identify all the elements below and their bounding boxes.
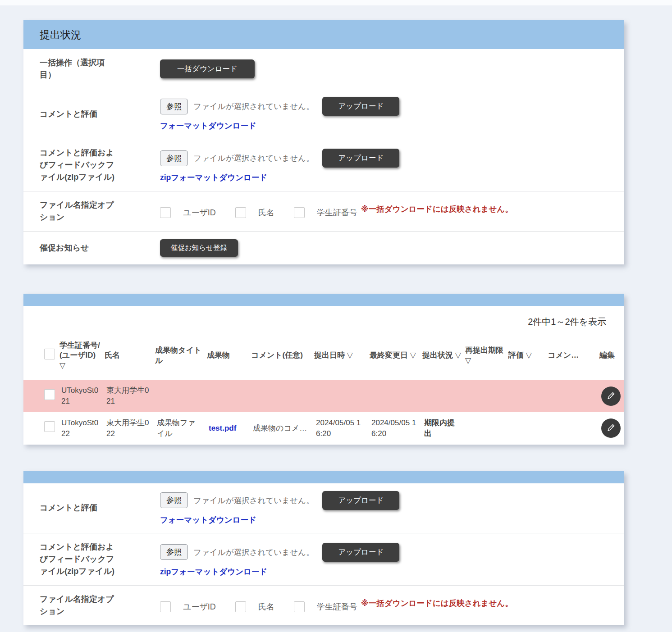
edit-button[interactable] [601, 386, 621, 406]
reminder-control: 催促お知らせ登録 [160, 239, 613, 257]
col-submitted-at[interactable]: 提出日時 ▽ [313, 334, 369, 380]
reminder-label: 催促お知らせ [40, 242, 120, 254]
col-resubmit-deadline[interactable]: 再提出期限 ▽ [464, 334, 507, 380]
cell-work-title [154, 380, 206, 412]
reminder-row: 催促お知らせ 催促お知らせ登録 [23, 231, 624, 264]
submission-file-link[interactable]: test.pdf [209, 424, 236, 432]
zip-format-download-link[interactable]: zipフォーマットダウンロード [160, 566, 267, 577]
upload-button[interactable]: アップロード [322, 149, 399, 168]
comment-eval-label: コメントと評価 [40, 108, 120, 120]
cell-status [421, 380, 464, 412]
cell-name: 東大用学生022 [104, 412, 154, 445]
edit-button[interactable] [601, 418, 621, 438]
comment-eval-zip-label: コメントと評価およびフィードバックファイル(zipファイル) [40, 147, 120, 183]
filename-option-control: ユーザID 氏名 学生証番号 ※一括ダウンロードには反映されません。 [160, 599, 613, 612]
pencil-icon [606, 423, 616, 434]
zip-format-download-link[interactable]: zipフォーマットダウンロード [160, 172, 267, 183]
comment-eval-zip-row: コメントと評価およびフィードバックファイル(zipファイル) 参照 ファイルが選… [23, 139, 624, 191]
table-header-row: 学生証番号/(ユーザID) ▽ 氏名 成果物タイトル 成果物 コメント(任意) … [23, 334, 624, 380]
cell-comment2 [547, 380, 599, 412]
panel-header-bar [23, 471, 624, 483]
cell-resubmit-deadline [464, 380, 507, 412]
student-id-checkbox[interactable] [294, 207, 305, 218]
filename-option-row: ファイル名指定オプション ユーザID 氏名 学生証番号 ※一括ダウンロードには反… [23, 585, 624, 625]
bulk-download-button[interactable]: 一括ダウンロード [160, 59, 255, 78]
comment-eval-zip-control: 参照 ファイルが選択されていません。 アップロード zipフォーマットダウンロー… [160, 541, 613, 577]
col-comment: コメント(任意) [250, 334, 313, 380]
user-id-checkbox[interactable] [160, 207, 171, 218]
result-count-text: 2件中1～2件を表示 [23, 316, 624, 328]
browse-button[interactable]: 参照 [160, 492, 188, 508]
cell-modified-at [369, 380, 421, 412]
upload-button[interactable]: アップロード [322, 543, 399, 562]
name-checkbox[interactable] [235, 207, 246, 218]
panel-header-bar [23, 294, 624, 306]
select-all-checkbox[interactable] [44, 349, 55, 359]
user-id-checkbox-label: ユーザID [183, 207, 216, 218]
submission-table-panel: 2件中1～2件を表示 学生証番号/(ユーザID) ▽ 氏名 成果物タイトル 成果… [23, 294, 624, 445]
row-checkbox[interactable] [44, 421, 55, 432]
upload-button[interactable]: アップロード [322, 491, 399, 510]
bulk-download-warning-text: ※一括ダウンロードには反映されません。 [361, 598, 513, 609]
student-id-checkbox-label: 学生証番号 [317, 601, 357, 612]
no-file-selected-text: ファイルが選択されていません。 [193, 101, 314, 112]
col-grade[interactable]: 評価 ▽ [507, 334, 547, 380]
cell-status: 期限内提出 [421, 412, 464, 445]
filename-option-label: ファイル名指定オプション [40, 593, 120, 618]
comment-eval-label: コメントと評価 [40, 502, 120, 514]
user-id-checkbox-label: ユーザID [183, 601, 216, 612]
upload-button[interactable]: アップロード [322, 97, 399, 116]
col-modified-at[interactable]: 最終変更日 ▽ [369, 334, 421, 380]
bulk-operation-control: 一括ダウンロード [160, 59, 613, 78]
cell-work-title: 成果物ファイル [154, 412, 206, 445]
panel-header: 提出状況 [23, 20, 624, 49]
browse-button[interactable]: 参照 [160, 544, 188, 560]
comment-eval-row: コメントと評価 参照 ファイルが選択されていません。 アップロード フォーマット… [23, 89, 624, 139]
bulk-download-warning-text: ※一括ダウンロードには反映されません。 [361, 204, 513, 214]
col-work-file: 成果物 [206, 334, 250, 380]
cell-comment: 成果物のコメ… [250, 412, 313, 445]
bulk-operation-label: 一括操作（選択項目） [40, 57, 120, 81]
name-checkbox-label: 氏名 [258, 207, 274, 218]
table-row: UTokyoSt021 東大用学生021 [23, 380, 624, 412]
page-title: 提出状況 [40, 28, 81, 42]
browse-button[interactable]: 参照 [160, 99, 188, 114]
no-file-selected-text: ファイルが選択されていません。 [193, 495, 314, 506]
comment-eval-zip-row: コメントと評価およびフィードバックファイル(zipファイル) 参照 ファイルが選… [23, 533, 624, 585]
row-checkbox[interactable] [44, 389, 55, 400]
col-edit: 編集 [599, 334, 624, 380]
submission-table: 学生証番号/(ユーザID) ▽ 氏名 成果物タイトル 成果物 コメント(任意) … [23, 334, 624, 445]
col-work-title: 成果物タイトル [154, 334, 206, 380]
cell-submitted-at [313, 380, 369, 412]
comment-eval-control: 参照 ファイルが選択されていません。 アップロード フォーマットダウンロード [160, 491, 613, 525]
comment-eval-control: 参照 ファイルが選択されていません。 アップロード フォーマットダウンロード [160, 97, 613, 131]
cell-name: 東大用学生021 [104, 380, 154, 412]
no-file-selected-text: ファイルが選択されていません。 [193, 153, 314, 164]
user-id-checkbox[interactable] [160, 601, 171, 612]
reminder-register-button[interactable]: 催促お知らせ登録 [160, 239, 238, 257]
col-status[interactable]: 提出状況 ▽ [421, 334, 464, 380]
cell-modified-at: 2024/05/05 16:20 [369, 412, 421, 445]
cell-comment [250, 380, 313, 412]
cell-submitted-at: 2024/05/05 16:20 [313, 412, 369, 445]
format-download-link[interactable]: フォーマットダウンロード [160, 120, 256, 131]
cell-student-id: UTokyoSt022 [59, 412, 104, 445]
filename-option-row: ファイル名指定オプション ユーザID 氏名 学生証番号 ※一括ダウンロードには反… [23, 191, 624, 231]
submission-status-panel: 提出状況 一括操作（選択項目） 一括ダウンロード コメントと評価 参照 ファイル… [23, 20, 624, 264]
lower-controls-panel: コメントと評価 参照 ファイルが選択されていません。 アップロード フォーマット… [23, 471, 624, 625]
bulk-operation-row: 一括操作（選択項目） 一括ダウンロード [23, 49, 624, 89]
format-download-link[interactable]: フォーマットダウンロード [160, 514, 256, 525]
name-checkbox[interactable] [235, 601, 246, 612]
cell-work-file [206, 380, 250, 412]
table-row: UTokyoSt022 東大用学生022 成果物ファイル test.pdf 成果… [23, 412, 624, 445]
filename-option-label: ファイル名指定オプション [40, 199, 120, 223]
comment-eval-row: コメントと評価 参照 ファイルが選択されていません。 アップロード フォーマット… [23, 483, 624, 533]
col-student-id[interactable]: 学生証番号/(ユーザID) ▽ [59, 334, 104, 380]
comment-eval-zip-control: 参照 ファイルが選択されていません。 アップロード zipフォーマットダウンロー… [160, 147, 613, 183]
col-comment2: コメン… [547, 334, 599, 380]
student-id-checkbox[interactable] [294, 601, 305, 612]
browse-button[interactable]: 参照 [160, 150, 188, 166]
name-checkbox-label: 氏名 [258, 601, 274, 612]
student-id-checkbox-label: 学生証番号 [317, 207, 357, 218]
cell-comment2 [547, 412, 599, 445]
